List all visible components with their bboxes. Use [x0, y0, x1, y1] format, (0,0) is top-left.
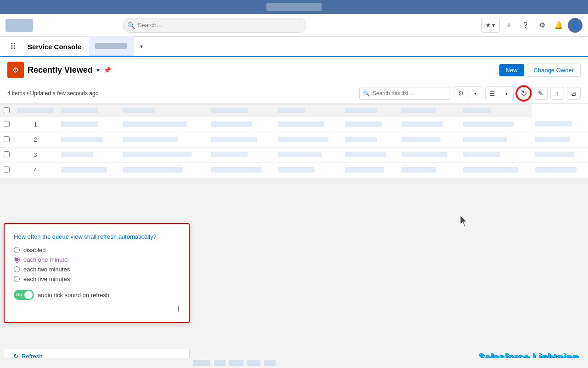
table-cell[interactable] [531, 163, 588, 178]
row-checkbox[interactable] [4, 136, 10, 142]
row-checkbox[interactable] [4, 151, 10, 157]
new-button[interactable]: New [499, 64, 524, 76]
notifications-button[interactable]: 🔔 [551, 18, 566, 33]
table-cell[interactable] [274, 132, 341, 148]
list-search-input[interactable] [359, 87, 451, 100]
nav-bar: 🔍 ★ ▾ + ? ⚙ 🔔 👤 [0, 14, 588, 37]
radio-five-minutes-input[interactable] [14, 276, 20, 282]
row-number: 2 [13, 132, 57, 148]
refresh-button[interactable]: ↻ [516, 86, 531, 101]
cell-blur [463, 152, 500, 157]
cell-blur [61, 167, 107, 172]
pin-icon[interactable]: 📌 [103, 66, 111, 74]
table-cell[interactable] [57, 148, 119, 163]
row-checkbox[interactable] [4, 121, 10, 127]
table-cell[interactable] [341, 117, 398, 132]
chevron-down-icon: ▾ [492, 22, 495, 29]
radio-five-minutes[interactable]: each five minutes [14, 276, 180, 282]
list-search-wrap: 🔍 [359, 87, 451, 100]
row-checkbox[interactable] [4, 167, 10, 172]
star-icon: ★ [486, 22, 491, 29]
sort-button[interactable]: ↑ [550, 87, 564, 100]
table-cell[interactable] [341, 163, 398, 178]
app-launcher-button[interactable]: ⠿ [6, 39, 20, 54]
select-all-header[interactable] [0, 104, 13, 117]
table-cell[interactable] [274, 117, 341, 132]
table-cell[interactable] [119, 132, 207, 148]
table-cell[interactable] [274, 163, 341, 178]
cell-blur [535, 121, 572, 126]
table-cell[interactable] [459, 117, 531, 132]
filter-button[interactable]: ⊿ [567, 87, 581, 100]
col-header-5[interactable] [274, 104, 341, 117]
table-cell[interactable] [459, 132, 531, 148]
header-blur-3 [123, 108, 155, 113]
table-row[interactable]: 2 [0, 132, 588, 148]
settings-button[interactable]: ⚙ [535, 18, 549, 33]
select-all-checkbox[interactable] [4, 107, 10, 113]
col-header-6[interactable] [341, 104, 398, 117]
avatar[interactable]: 👤 [568, 18, 582, 33]
table-cell[interactable] [57, 117, 119, 132]
table-cell[interactable] [398, 163, 459, 178]
table-cell[interactable] [341, 132, 398, 148]
columns-dropdown-button[interactable]: ▾ [499, 87, 513, 100]
columns-button[interactable]: ☰ [486, 87, 499, 100]
col-header-2[interactable] [57, 104, 119, 117]
list-view-title-dropdown[interactable]: ▾ [96, 66, 100, 74]
radio-two-minutes-input[interactable] [14, 266, 20, 272]
radio-disabled[interactable]: disabled [14, 247, 180, 253]
help-button[interactable]: ? [518, 18, 533, 33]
gear-dropdown-button[interactable]: ▾ [468, 87, 482, 100]
table-cell[interactable] [398, 117, 459, 132]
table-cell[interactable] [57, 132, 119, 148]
cell-blur [463, 121, 514, 127]
audio-toggle[interactable]: On [14, 290, 34, 300]
col-header-1[interactable] [13, 104, 57, 117]
popup-info-icon[interactable]: ℹ [14, 305, 180, 313]
table-row[interactable]: 3 [0, 148, 588, 163]
app-tab[interactable] [89, 36, 134, 57]
col-header-3[interactable] [119, 104, 207, 117]
nav-icons-group: ★ ▾ + ? ⚙ 🔔 👤 [481, 18, 582, 33]
table-cell[interactable] [531, 117, 588, 132]
table-cell[interactable] [119, 148, 207, 163]
table-cell[interactable] [119, 117, 207, 132]
table-cell[interactable] [207, 117, 274, 132]
table-cell[interactable] [207, 132, 274, 148]
table-cell[interactable] [341, 148, 398, 163]
table-row[interactable]: 4 [0, 163, 588, 178]
radio-one-minute[interactable]: each one minute [14, 256, 180, 263]
favorites-button[interactable]: ★ ▾ [481, 18, 500, 33]
change-owner-button[interactable]: Change Owner [527, 63, 581, 77]
table-row[interactable]: 1 [0, 117, 588, 132]
blur-bar-4 [247, 360, 260, 366]
col-header-4[interactable] [207, 104, 274, 117]
table-cell[interactable] [398, 132, 459, 148]
blur-bar-3 [229, 360, 243, 366]
app-tab-dropdown[interactable]: ▾ [134, 36, 149, 57]
list-view-icon: ⚙ [7, 62, 24, 78]
col-header-7[interactable] [398, 104, 459, 117]
table-cell[interactable] [459, 163, 531, 178]
table-cell[interactable] [207, 163, 274, 178]
header-blur-2 [61, 108, 98, 113]
table-cell[interactable] [274, 148, 341, 163]
nav-search-input[interactable] [123, 18, 306, 33]
cell-blur [535, 167, 577, 172]
table-cell[interactable] [531, 132, 588, 148]
table-cell[interactable] [459, 148, 531, 163]
radio-disabled-input[interactable] [14, 247, 20, 253]
add-button[interactable]: + [502, 18, 516, 33]
radio-one-minute-input[interactable] [14, 257, 20, 263]
toggle-on-label: On [16, 293, 22, 297]
table-cell[interactable] [57, 163, 119, 178]
table-cell[interactable] [531, 148, 588, 163]
table-cell[interactable] [119, 163, 207, 178]
list-gear-button[interactable]: ⚙ [454, 87, 468, 100]
radio-two-minutes[interactable]: each two minutes [14, 266, 180, 273]
edit-button[interactable]: ✎ [534, 87, 548, 100]
col-header-8[interactable] [459, 104, 531, 117]
table-cell[interactable] [398, 148, 459, 163]
table-cell[interactable] [207, 148, 274, 163]
